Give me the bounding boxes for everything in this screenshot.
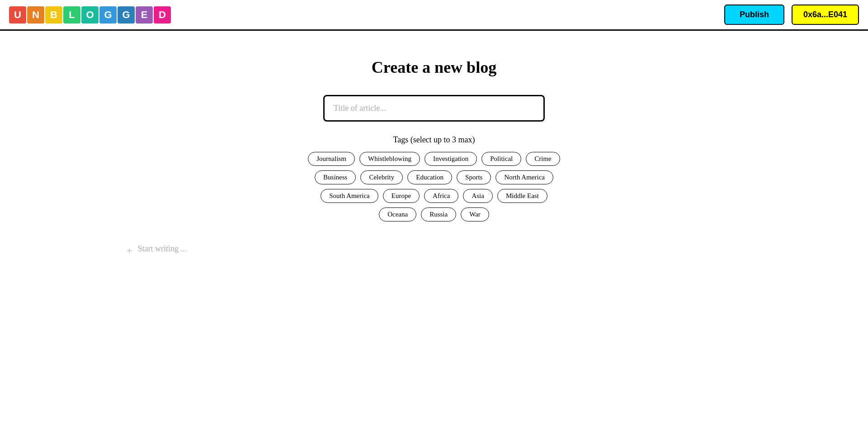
tag-russia[interactable]: Russia (421, 207, 456, 221)
tag-north-america[interactable]: North America (495, 170, 553, 184)
logo-letter-e: E (136, 6, 153, 24)
page-title: Create a new blog (372, 58, 496, 77)
logo-letter-d: D (154, 6, 171, 24)
tags-section: Tags (select up to 3 max) JournalismWhis… (307, 135, 561, 221)
logo: UNBLOGGED (9, 6, 171, 24)
logo-letter-n: N (27, 6, 44, 24)
logo-letter-g: G (118, 6, 135, 24)
tag-education[interactable]: Education (407, 170, 452, 184)
tag-asia[interactable]: Asia (463, 189, 493, 203)
tag-business[interactable]: Business (315, 170, 356, 184)
logo-letter-u: U (9, 6, 26, 24)
main-content: Create a new blog Tags (select up to 3 m… (0, 31, 868, 257)
wallet-button[interactable]: 0x6a...E041 (792, 5, 859, 25)
logo-letter-o: O (81, 6, 99, 24)
logo-letter-b: B (45, 6, 62, 24)
add-block-icon[interactable]: + (127, 245, 132, 257)
tag-political[interactable]: Political (481, 152, 521, 166)
header-right: Publish 0x6a...E041 (724, 5, 859, 25)
tag-europe[interactable]: Europe (383, 189, 420, 203)
tags-container: JournalismWhistleblowingInvestigationPol… (307, 152, 561, 221)
tag-middle-east[interactable]: Middle East (497, 189, 547, 203)
tag-sports[interactable]: Sports (457, 170, 491, 184)
tag-south-america[interactable]: South America (321, 189, 378, 203)
tag-crime[interactable]: Crime (526, 152, 560, 166)
header: UNBLOGGED Publish 0x6a...E041 (0, 0, 868, 31)
tag-whistleblowing[interactable]: Whistleblowing (359, 152, 420, 166)
tag-celebrity[interactable]: Celebrity (360, 170, 403, 184)
title-input[interactable] (323, 95, 545, 122)
logo-letter-g: G (99, 6, 117, 24)
tag-africa[interactable]: Africa (424, 189, 458, 203)
tag-investigation[interactable]: Investigation (425, 152, 477, 166)
logo-letter-l: L (63, 6, 80, 24)
tags-label: Tags (select up to 3 max) (393, 135, 475, 145)
editor-placeholder[interactable]: Start writing ... (137, 244, 187, 254)
editor-area: + Start writing ... (118, 244, 750, 257)
tag-war[interactable]: War (461, 207, 489, 221)
tag-journalism[interactable]: Journalism (308, 152, 355, 166)
publish-button[interactable]: Publish (724, 5, 784, 25)
tag-oceana[interactable]: Oceana (379, 207, 416, 221)
